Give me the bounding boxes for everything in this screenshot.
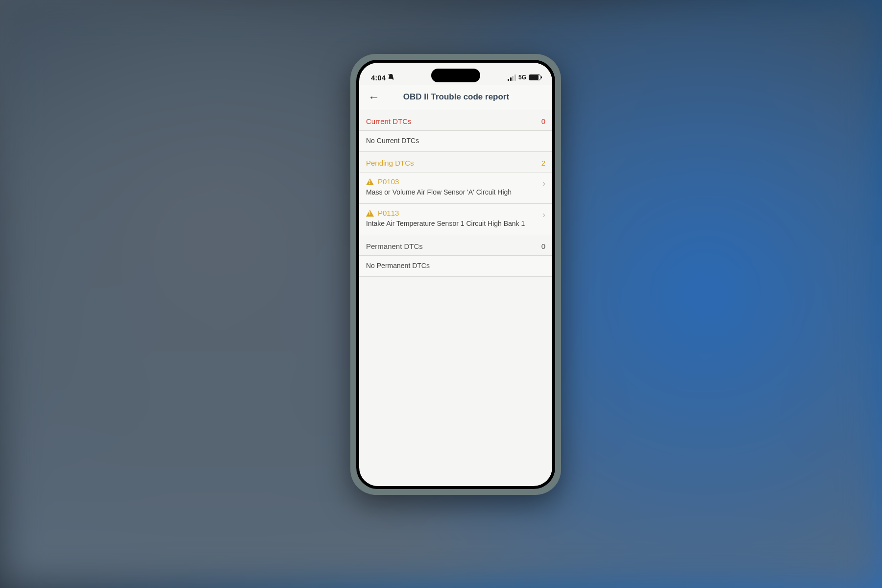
app-header: ← OBD II Trouble code report bbox=[359, 85, 552, 110]
dtc-item-p0103[interactable]: P0103 Mass or Volume Air Flow Sensor 'A'… bbox=[359, 172, 552, 204]
chevron-right-icon: › bbox=[542, 178, 545, 189]
dtc-item-p0113[interactable]: P0113 Intake Air Temperature Sensor 1 Ci… bbox=[359, 204, 552, 235]
warning-icon bbox=[366, 210, 374, 217]
permanent-dtcs-label: Permanent DTCs bbox=[366, 242, 423, 250]
network-label: 5G bbox=[518, 74, 526, 81]
current-dtcs-count: 0 bbox=[541, 117, 545, 125]
signal-icon bbox=[508, 74, 516, 81]
chevron-right-icon: › bbox=[542, 210, 545, 220]
pending-dtcs-label: Pending DTCs bbox=[366, 159, 414, 167]
permanent-dtcs-header: Permanent DTCs 0 bbox=[359, 235, 552, 255]
page-title: OBD II Trouble code report bbox=[367, 92, 545, 102]
warning-icon bbox=[366, 178, 374, 185]
pending-dtcs-header: Pending DTCs 2 bbox=[359, 152, 552, 172]
status-time: 4:04 bbox=[371, 74, 386, 82]
dnd-icon bbox=[388, 74, 394, 82]
dynamic-island bbox=[431, 69, 480, 82]
permanent-dtcs-empty: No Permanent DTCs bbox=[359, 256, 552, 277]
phone-device: 4:04 5G bbox=[350, 54, 561, 495]
dtc-description: Mass or Volume Air Flow Sensor 'A' Circu… bbox=[366, 188, 545, 196]
dtc-code: P0113 bbox=[378, 209, 399, 217]
battery-icon bbox=[529, 74, 540, 80]
pending-dtcs-count: 2 bbox=[541, 159, 545, 167]
permanent-dtcs-count: 0 bbox=[541, 242, 545, 250]
current-dtcs-header: Current DTCs 0 bbox=[359, 110, 552, 130]
dtc-description: Intake Air Temperature Sensor 1 Circuit … bbox=[366, 219, 545, 228]
current-dtcs-empty: No Current DTCs bbox=[359, 131, 552, 152]
dtc-code: P0103 bbox=[378, 177, 399, 186]
current-dtcs-label: Current DTCs bbox=[366, 117, 412, 125]
